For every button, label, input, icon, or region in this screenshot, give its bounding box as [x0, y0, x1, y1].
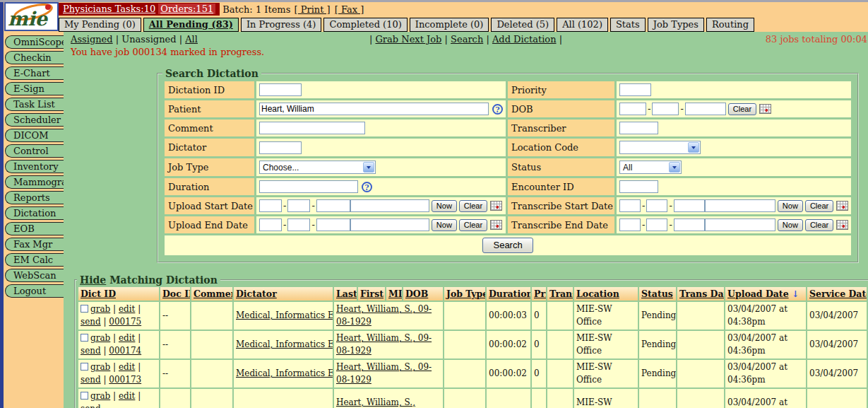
grab-link[interactable]: grab — [90, 304, 110, 314]
patient-link[interactable]: Heart, William, S., 09-08-1929 — [336, 333, 432, 355]
sidebar-item-reports[interactable]: Reports — [5, 191, 64, 204]
calendar-icon[interactable] — [490, 201, 502, 211]
dob-day-input[interactable] — [652, 103, 679, 115]
transcribe-end-year-input[interactable] — [674, 218, 705, 231]
search-link[interactable]: Search — [451, 34, 483, 45]
column-header-trans-date[interactable]: Trans Date — [677, 287, 724, 301]
sidebar-item-eob[interactable]: EOB — [5, 222, 64, 235]
column-header-location[interactable]: Location — [574, 287, 638, 301]
sort-descending-icon[interactable]: ↓ — [789, 288, 799, 299]
edit-link[interactable]: edit — [119, 362, 135, 372]
row-checkbox[interactable] — [81, 392, 88, 400]
tab-all-pending-83[interactable]: All Pending (83) — [143, 18, 239, 32]
job-type-select[interactable]: Choose... — [259, 161, 376, 174]
edit-link[interactable]: edit — [119, 391, 135, 401]
sidebar-item-checkin[interactable]: Checkin — [5, 51, 64, 64]
priority-input[interactable] — [619, 83, 651, 96]
sidebar-item-inventory[interactable]: Inventory — [5, 160, 64, 173]
dict-id-link[interactable]: 000174 — [109, 346, 141, 356]
sidebar-item-scheduler[interactable]: Scheduler — [5, 113, 64, 127]
row-checkbox[interactable] — [81, 334, 88, 342]
grab-link[interactable]: grab — [90, 333, 110, 343]
transcribe-start-time-input[interactable] — [705, 199, 775, 212]
send-link[interactable]: send — [81, 375, 101, 385]
column-header-service-date[interactable]: Service Date — [807, 287, 867, 301]
calendar-icon[interactable] — [759, 104, 771, 114]
sidebar-item-task-list[interactable]: Task List — [5, 98, 64, 111]
dictator-link[interactable]: Medical, Informatics Eng. — [236, 368, 333, 378]
upload-end-day-input[interactable] — [287, 218, 310, 231]
column-header-upload-date[interactable]: Upload Date ↓ — [725, 287, 806, 301]
dob-clear-button[interactable]: Clear — [728, 103, 756, 115]
tab-job-types[interactable]: Job Types — [648, 18, 704, 32]
sidebar-item-e-chart[interactable]: E-Chart — [5, 66, 64, 80]
tab-stats[interactable]: Stats — [610, 18, 646, 32]
column-header-duration[interactable]: Duration — [487, 287, 530, 301]
column-header-pri[interactable]: Pri — [532, 287, 546, 301]
upload-start-now-button[interactable]: Now — [432, 200, 457, 212]
tab-completed-10[interactable]: Completed (10) — [323, 18, 407, 32]
tab-incomplete-0[interactable]: Incomplete (0) — [410, 18, 489, 32]
sidebar-item-e-sign[interactable]: E-Sign — [5, 82, 64, 95]
patient-link[interactable]: Heart, William, S., 09-08-1929 — [336, 304, 432, 326]
calendar-icon[interactable] — [836, 220, 848, 230]
transcribe-end-now-button[interactable]: Now — [778, 219, 803, 231]
help-icon[interactable]: ? — [362, 182, 372, 192]
physicians-tasks-link[interactable]: Physicians Tasks:10 — [63, 4, 155, 14]
dict-id-link[interactable]: 000175 — [109, 317, 141, 327]
row-checkbox[interactable] — [81, 363, 88, 371]
calendar-icon[interactable] — [490, 220, 502, 230]
sidebar-item-mammogra[interactable]: Mammogra — [5, 175, 64, 189]
column-header-job-type[interactable]: Job Type — [444, 287, 485, 301]
tab-all-102[interactable]: All (102) — [557, 18, 608, 32]
sidebar-item-dictation[interactable]: Dictation — [5, 206, 64, 220]
upload-end-time-input[interactable] — [350, 218, 429, 231]
dict-id-link[interactable]: 000173 — [109, 375, 141, 385]
column-header-dict-id[interactable]: Dict ID — [78, 287, 159, 301]
edit-link[interactable]: edit — [119, 333, 135, 343]
send-link[interactable]: send — [81, 404, 101, 408]
column-header-comment[interactable]: Comment — [191, 287, 232, 301]
mie-logo[interactable]: mie — [4, 2, 59, 31]
column-header-first[interactable]: First — [358, 287, 385, 301]
encounter-id-input[interactable] — [619, 180, 658, 193]
dob-year-input[interactable] — [685, 103, 726, 115]
tab-my-pending-0[interactable]: My Pending (0) — [59, 18, 141, 32]
upload-start-day-input[interactable] — [287, 199, 310, 212]
dob-month-input[interactable] — [619, 103, 646, 115]
add-dictation-link[interactable]: Add Dictation — [492, 34, 557, 45]
patient-input[interactable] — [259, 103, 489, 115]
row-checkbox[interactable] — [81, 305, 88, 313]
grab-next-job-link[interactable]: Grab Next Job — [375, 34, 441, 45]
upload-start-time-input[interactable] — [350, 199, 429, 212]
transcribe-end-time-input[interactable] — [705, 218, 775, 231]
dictator-input[interactable] — [259, 141, 302, 154]
upload-end-now-button[interactable]: Now — [432, 219, 457, 231]
column-header-dob[interactable]: DOB — [403, 287, 443, 301]
column-header-trans[interactable]: Trans — [547, 287, 573, 301]
column-header-status[interactable]: Status — [639, 287, 676, 301]
calendar-icon[interactable] — [836, 201, 848, 211]
transcriber-input[interactable] — [619, 122, 658, 134]
upload-end-clear-button[interactable]: Clear — [459, 219, 487, 231]
transcribe-start-clear-button[interactable]: Clear — [805, 200, 833, 212]
dictator-link[interactable]: Medical, Informatics Eng. — [236, 310, 333, 320]
location-code-select[interactable] — [619, 141, 701, 154]
transcribe-start-now-button[interactable]: Now — [778, 200, 803, 212]
transcribe-end-clear-button[interactable]: Clear — [805, 219, 833, 231]
search-button[interactable]: Search — [482, 238, 533, 253]
transcribe-start-year-input[interactable] — [674, 199, 705, 212]
patient-link[interactable]: Heart, William, S., — [336, 397, 415, 407]
fax-link[interactable]: [ Fax ] — [335, 4, 364, 15]
status-select[interactable]: All — [619, 161, 682, 174]
grab-link[interactable]: grab — [90, 391, 110, 401]
help-icon[interactable]: ? — [492, 104, 503, 115]
transcribe-start-day-input[interactable] — [646, 199, 667, 212]
transcribe-end-month-input[interactable] — [619, 218, 641, 231]
tab-deleted-5[interactable]: Deleted (5) — [491, 18, 554, 32]
edit-link[interactable]: edit — [119, 304, 135, 314]
send-link[interactable]: send — [81, 346, 101, 356]
column-header-doc-id[interactable]: Doc ID — [160, 287, 190, 301]
hide-link[interactable]: Hide — [80, 274, 106, 286]
tab-in-progress-4[interactable]: In Progress (4) — [241, 18, 322, 32]
